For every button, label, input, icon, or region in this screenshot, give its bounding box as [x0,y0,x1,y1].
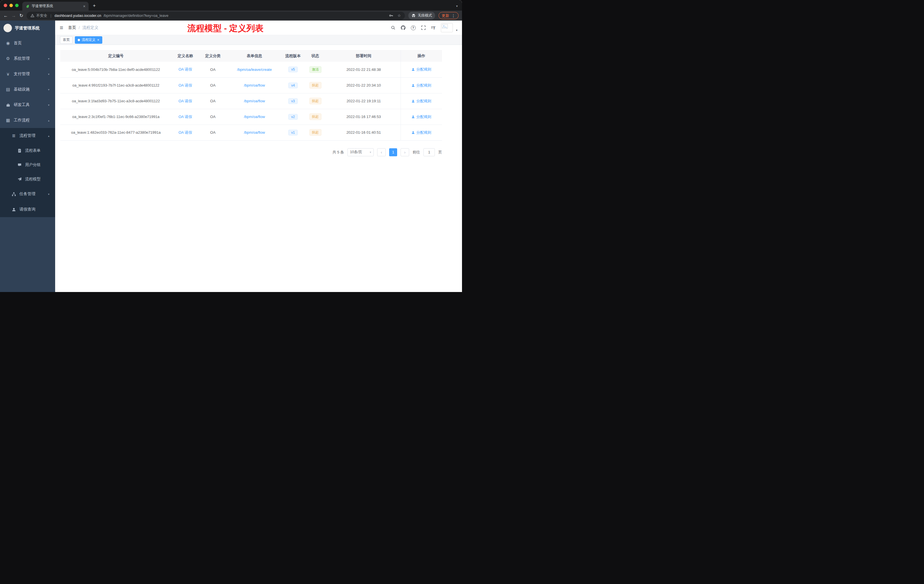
next-page-button[interactable]: › [401,148,409,156]
reload-button[interactable]: ↻ [20,13,23,18]
warning-icon [31,14,34,17]
assign-rule-link[interactable]: 分配规则 [411,67,431,72]
sitemap-icon [12,192,16,196]
app-logo[interactable]: 芋道管理系统 [0,21,55,35]
prev-page-button[interactable]: ‹ [377,148,386,156]
sidebar-item-workflow[interactable]: ▦ 工作流程 ▴ [0,112,55,128]
tab-close-icon[interactable]: × [83,4,86,8]
assign-rule-link[interactable]: 分配规则 [411,99,431,104]
tag-home[interactable]: 首页 [60,36,73,44]
category-cell: OA [199,109,226,125]
assign-rule-link[interactable]: 分配规则 [411,130,431,135]
category-cell: OA [199,125,226,140]
sidebar-item-home[interactable]: ◉ 首页 [0,35,55,51]
site-security-indicator[interactable]: 不安全 [31,13,47,18]
sidebar-item-label: 基础设施 [14,87,30,92]
sidebar-item-process-form[interactable]: 流程表单 [0,144,55,158]
update-label: 更新 [442,13,449,18]
person-icon [411,99,415,103]
sidebar-item-label: 流程表单 [25,148,41,153]
tab-search-chevron-icon[interactable]: ▾ [456,4,458,8]
definition-name-link[interactable]: OA 请假 [178,99,192,103]
definition-name-link[interactable]: OA 请假 [178,130,192,135]
app-logo-avatar [3,24,12,32]
deploy-time-cell: 2022-01-22 21:48:38 [327,62,401,78]
sidebar-item-payment-management[interactable]: ¥ 支付管理 ▾ [0,66,55,82]
sidebar-item-task-management[interactable]: 任务管理 ▾ [0,186,55,202]
form-link[interactable]: /bpm/oa/leave/create [237,68,272,72]
sidebar-item-label: 首页 [14,41,22,46]
col-definition-name: 定义名称 [172,50,199,62]
fullscreen-icon[interactable] [421,25,426,30]
definition-id-cell: oa_leave:3:1fad3d93-7b75-11ec-a3c8-acde4… [60,93,172,109]
chevron-up-icon: ▴ [48,134,50,137]
col-status: 状态 [304,50,327,62]
page-content: 定义编号 定义名称 定义分类 表单信息 流程版本 状态 部署时间 操作 oa_l [55,45,462,156]
assign-rule-link[interactable]: 分配规则 [411,83,431,88]
sidebar-item-label: 流程管理 [20,133,35,138]
page-size-value: 10条/页 [350,150,362,155]
font-size-icon[interactable]: TT [431,25,436,30]
sidebar-item-label: 请假查询 [20,207,35,212]
omnibox-actions: ☆ [389,13,401,18]
pagination: 共 5 条 10条/页 ▾ ‹ 1 › 前往 页 [60,148,442,156]
breadcrumb-home[interactable]: 首页 [68,25,76,30]
paper-plane-icon [17,177,22,181]
app-title: 芋道管理系统 [15,25,40,31]
form-link[interactable]: /bpm/oa/flow [244,83,265,87]
sidebar-item-process-model[interactable]: 流程模型 [0,172,55,186]
password-key-icon[interactable] [389,13,393,18]
new-tab-button[interactable]: + [93,3,96,8]
table-row: oa_leave:4:991f2193-7b7f-11ec-a3c8-acde4… [60,78,442,93]
github-icon[interactable] [401,25,406,30]
avatar-dropdown-chevron-icon[interactable]: ▾ [456,28,457,32]
browser-menu-kebab-icon[interactable]: ⋮ [451,13,455,18]
search-icon[interactable] [391,25,396,30]
browser-update-button[interactable]: 更新 ⋮ [439,12,459,19]
definition-name-link[interactable]: OA 请假 [178,67,192,71]
goto-page-input[interactable] [423,148,435,156]
user-avatar[interactable] [441,23,453,32]
definitions-table: 定义编号 定义名称 定义分类 表单信息 流程版本 状态 部署时间 操作 oa_l [60,50,442,140]
sidebar-item-dev-tools[interactable]: 研发工具 ▾ [0,97,55,112]
address-bar[interactable]: 不安全 | dashboard.yudao.iocoder.cn/bpm/man… [26,12,405,20]
zoom-window-button[interactable] [15,4,18,7]
close-window-button[interactable] [4,4,7,7]
sidebar-item-process-management[interactable]: ≣ 流程管理 ▴ [0,128,55,144]
tag-close-icon[interactable]: × [97,38,99,42]
page-size-select[interactable]: 10条/页 ▾ [347,148,374,156]
assign-rule-label: 分配规则 [416,114,431,119]
tag-process-definition[interactable]: 流程定义 × [75,36,102,44]
assign-rule-label: 分配规则 [416,130,431,135]
chevron-down-icon: ▾ [48,193,50,196]
form-link[interactable]: /bpm/oa/flow [244,130,265,135]
back-button[interactable]: ← [3,13,8,18]
version-badge: v3 [288,98,298,104]
col-definition-category: 定义分类 [199,50,226,62]
hamburger-icon[interactable]: ≡ [60,24,63,31]
chevron-down-icon: ▾ [370,150,371,154]
forward-button[interactable]: → [12,13,16,18]
bookmark-star-icon[interactable]: ☆ [398,13,401,18]
help-icon[interactable]: ? [411,25,416,30]
tag-label: 流程定义 [82,38,96,42]
definition-name-link[interactable]: OA 请假 [178,115,192,119]
sidebar-item-label: 支付管理 [14,71,30,77]
definition-name-link[interactable]: OA 请假 [178,83,192,87]
table-row: oa_leave:3:1fad3d93-7b75-11ec-a3c8-acde4… [60,93,442,109]
form-link[interactable]: /bpm/oa/flow [244,99,265,103]
form-link[interactable]: /bpm/oa/flow [244,115,265,119]
chevron-down-icon: ▾ [48,104,50,107]
assign-rule-link[interactable]: 分配规则 [411,114,431,119]
sidebar-item-leave-query[interactable]: 请假查询 [0,202,55,217]
incognito-spy-icon [411,13,416,18]
sidebar-item-user-group[interactable]: 用户分组 [0,158,55,172]
dashboard-icon: ◉ [6,41,10,46]
minimize-window-button[interactable] [10,4,13,7]
page-number-button[interactable]: 1 [389,148,397,156]
browser-tab[interactable]: 芋道管理系统 × [22,2,89,11]
col-actions: 操作 [401,50,442,62]
sidebar-item-system-management[interactable]: ⚙ 系统管理 ▾ [0,51,55,66]
sidebar-item-infrastructure[interactable]: ▤ 基础设施 ▾ [0,82,55,97]
chat-bubble-icon [17,163,22,167]
